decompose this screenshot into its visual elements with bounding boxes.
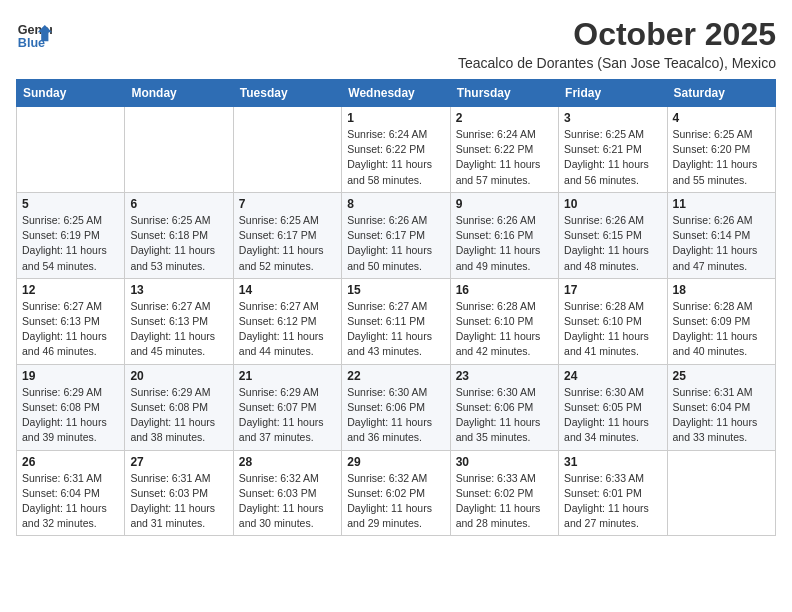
day-number: 13 bbox=[130, 283, 227, 297]
day-number: 12 bbox=[22, 283, 119, 297]
weekday-header-wednesday: Wednesday bbox=[342, 80, 450, 107]
svg-text:Blue: Blue bbox=[18, 36, 45, 50]
day-info: Sunrise: 6:27 AM Sunset: 6:11 PM Dayligh… bbox=[347, 299, 444, 360]
calendar-cell: 28Sunrise: 6:32 AM Sunset: 6:03 PM Dayli… bbox=[233, 450, 341, 536]
day-number: 23 bbox=[456, 369, 553, 383]
calendar-cell: 14Sunrise: 6:27 AM Sunset: 6:12 PM Dayli… bbox=[233, 278, 341, 364]
calendar-cell bbox=[667, 450, 775, 536]
day-info: Sunrise: 6:31 AM Sunset: 6:04 PM Dayligh… bbox=[22, 471, 119, 532]
calendar-cell: 25Sunrise: 6:31 AM Sunset: 6:04 PM Dayli… bbox=[667, 364, 775, 450]
day-info: Sunrise: 6:26 AM Sunset: 6:17 PM Dayligh… bbox=[347, 213, 444, 274]
calendar-cell: 24Sunrise: 6:30 AM Sunset: 6:05 PM Dayli… bbox=[559, 364, 667, 450]
day-info: Sunrise: 6:30 AM Sunset: 6:06 PM Dayligh… bbox=[456, 385, 553, 446]
calendar-cell: 1Sunrise: 6:24 AM Sunset: 6:22 PM Daylig… bbox=[342, 107, 450, 193]
weekday-header-monday: Monday bbox=[125, 80, 233, 107]
calendar-cell: 16Sunrise: 6:28 AM Sunset: 6:10 PM Dayli… bbox=[450, 278, 558, 364]
day-info: Sunrise: 6:32 AM Sunset: 6:03 PM Dayligh… bbox=[239, 471, 336, 532]
day-info: Sunrise: 6:28 AM Sunset: 6:10 PM Dayligh… bbox=[456, 299, 553, 360]
day-number: 4 bbox=[673, 111, 770, 125]
day-number: 15 bbox=[347, 283, 444, 297]
day-number: 20 bbox=[130, 369, 227, 383]
day-info: Sunrise: 6:24 AM Sunset: 6:22 PM Dayligh… bbox=[456, 127, 553, 188]
calendar-cell: 8Sunrise: 6:26 AM Sunset: 6:17 PM Daylig… bbox=[342, 192, 450, 278]
day-number: 6 bbox=[130, 197, 227, 211]
calendar-cell bbox=[125, 107, 233, 193]
day-number: 27 bbox=[130, 455, 227, 469]
day-number: 28 bbox=[239, 455, 336, 469]
day-number: 19 bbox=[22, 369, 119, 383]
day-info: Sunrise: 6:25 AM Sunset: 6:18 PM Dayligh… bbox=[130, 213, 227, 274]
day-info: Sunrise: 6:27 AM Sunset: 6:13 PM Dayligh… bbox=[22, 299, 119, 360]
calendar-cell: 6Sunrise: 6:25 AM Sunset: 6:18 PM Daylig… bbox=[125, 192, 233, 278]
day-number: 9 bbox=[456, 197, 553, 211]
calendar-cell: 26Sunrise: 6:31 AM Sunset: 6:04 PM Dayli… bbox=[17, 450, 125, 536]
calendar-week-1: 1Sunrise: 6:24 AM Sunset: 6:22 PM Daylig… bbox=[17, 107, 776, 193]
day-number: 22 bbox=[347, 369, 444, 383]
calendar-cell: 4Sunrise: 6:25 AM Sunset: 6:20 PM Daylig… bbox=[667, 107, 775, 193]
calendar-week-3: 12Sunrise: 6:27 AM Sunset: 6:13 PM Dayli… bbox=[17, 278, 776, 364]
day-number: 1 bbox=[347, 111, 444, 125]
calendar-cell bbox=[17, 107, 125, 193]
day-info: Sunrise: 6:32 AM Sunset: 6:02 PM Dayligh… bbox=[347, 471, 444, 532]
day-info: Sunrise: 6:27 AM Sunset: 6:13 PM Dayligh… bbox=[130, 299, 227, 360]
calendar-cell: 30Sunrise: 6:33 AM Sunset: 6:02 PM Dayli… bbox=[450, 450, 558, 536]
calendar-cell: 23Sunrise: 6:30 AM Sunset: 6:06 PM Dayli… bbox=[450, 364, 558, 450]
day-number: 5 bbox=[22, 197, 119, 211]
day-info: Sunrise: 6:25 AM Sunset: 6:20 PM Dayligh… bbox=[673, 127, 770, 188]
calendar-cell: 13Sunrise: 6:27 AM Sunset: 6:13 PM Dayli… bbox=[125, 278, 233, 364]
day-number: 16 bbox=[456, 283, 553, 297]
day-info: Sunrise: 6:28 AM Sunset: 6:09 PM Dayligh… bbox=[673, 299, 770, 360]
day-info: Sunrise: 6:29 AM Sunset: 6:08 PM Dayligh… bbox=[22, 385, 119, 446]
day-number: 8 bbox=[347, 197, 444, 211]
day-info: Sunrise: 6:31 AM Sunset: 6:04 PM Dayligh… bbox=[673, 385, 770, 446]
calendar-cell: 18Sunrise: 6:28 AM Sunset: 6:09 PM Dayli… bbox=[667, 278, 775, 364]
calendar-cell: 21Sunrise: 6:29 AM Sunset: 6:07 PM Dayli… bbox=[233, 364, 341, 450]
page-header: General Blue October 2025 Teacalco de Do… bbox=[16, 16, 776, 71]
day-number: 17 bbox=[564, 283, 661, 297]
day-number: 31 bbox=[564, 455, 661, 469]
day-info: Sunrise: 6:25 AM Sunset: 6:21 PM Dayligh… bbox=[564, 127, 661, 188]
weekday-header-tuesday: Tuesday bbox=[233, 80, 341, 107]
day-info: Sunrise: 6:26 AM Sunset: 6:15 PM Dayligh… bbox=[564, 213, 661, 274]
day-number: 26 bbox=[22, 455, 119, 469]
day-info: Sunrise: 6:25 AM Sunset: 6:19 PM Dayligh… bbox=[22, 213, 119, 274]
calendar-cell: 11Sunrise: 6:26 AM Sunset: 6:14 PM Dayli… bbox=[667, 192, 775, 278]
day-info: Sunrise: 6:25 AM Sunset: 6:17 PM Dayligh… bbox=[239, 213, 336, 274]
weekday-header-sunday: Sunday bbox=[17, 80, 125, 107]
day-number: 3 bbox=[564, 111, 661, 125]
logo-icon: General Blue bbox=[16, 16, 52, 52]
day-info: Sunrise: 6:33 AM Sunset: 6:01 PM Dayligh… bbox=[564, 471, 661, 532]
calendar-cell: 19Sunrise: 6:29 AM Sunset: 6:08 PM Dayli… bbox=[17, 364, 125, 450]
weekday-header-row: SundayMondayTuesdayWednesdayThursdayFrid… bbox=[17, 80, 776, 107]
calendar-table: SundayMondayTuesdayWednesdayThursdayFrid… bbox=[16, 79, 776, 536]
day-info: Sunrise: 6:29 AM Sunset: 6:07 PM Dayligh… bbox=[239, 385, 336, 446]
day-info: Sunrise: 6:27 AM Sunset: 6:12 PM Dayligh… bbox=[239, 299, 336, 360]
day-number: 2 bbox=[456, 111, 553, 125]
day-info: Sunrise: 6:28 AM Sunset: 6:10 PM Dayligh… bbox=[564, 299, 661, 360]
calendar-week-2: 5Sunrise: 6:25 AM Sunset: 6:19 PM Daylig… bbox=[17, 192, 776, 278]
calendar-cell: 10Sunrise: 6:26 AM Sunset: 6:15 PM Dayli… bbox=[559, 192, 667, 278]
day-number: 25 bbox=[673, 369, 770, 383]
calendar-cell: 7Sunrise: 6:25 AM Sunset: 6:17 PM Daylig… bbox=[233, 192, 341, 278]
day-number: 7 bbox=[239, 197, 336, 211]
day-number: 14 bbox=[239, 283, 336, 297]
day-number: 30 bbox=[456, 455, 553, 469]
day-info: Sunrise: 6:31 AM Sunset: 6:03 PM Dayligh… bbox=[130, 471, 227, 532]
calendar-cell: 12Sunrise: 6:27 AM Sunset: 6:13 PM Dayli… bbox=[17, 278, 125, 364]
calendar-cell: 2Sunrise: 6:24 AM Sunset: 6:22 PM Daylig… bbox=[450, 107, 558, 193]
calendar-cell: 31Sunrise: 6:33 AM Sunset: 6:01 PM Dayli… bbox=[559, 450, 667, 536]
day-number: 29 bbox=[347, 455, 444, 469]
day-number: 21 bbox=[239, 369, 336, 383]
day-number: 18 bbox=[673, 283, 770, 297]
day-number: 11 bbox=[673, 197, 770, 211]
day-info: Sunrise: 6:26 AM Sunset: 6:16 PM Dayligh… bbox=[456, 213, 553, 274]
day-info: Sunrise: 6:33 AM Sunset: 6:02 PM Dayligh… bbox=[456, 471, 553, 532]
title-block: October 2025 Teacalco de Dorantes (San J… bbox=[458, 16, 776, 71]
weekday-header-friday: Friday bbox=[559, 80, 667, 107]
calendar-cell: 17Sunrise: 6:28 AM Sunset: 6:10 PM Dayli… bbox=[559, 278, 667, 364]
day-info: Sunrise: 6:30 AM Sunset: 6:06 PM Dayligh… bbox=[347, 385, 444, 446]
month-title: October 2025 bbox=[458, 16, 776, 53]
calendar-cell: 29Sunrise: 6:32 AM Sunset: 6:02 PM Dayli… bbox=[342, 450, 450, 536]
calendar-cell bbox=[233, 107, 341, 193]
logo: General Blue bbox=[16, 16, 56, 52]
